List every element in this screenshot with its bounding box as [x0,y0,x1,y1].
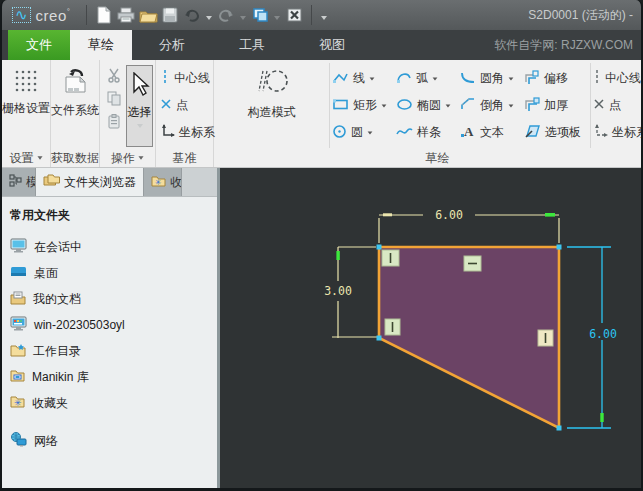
folder-item-manikin-library[interactable]: Manikin 库 [10,364,209,390]
navigator-tabstrip: 模 文件夹浏览器 ✳ 收 [2,168,217,197]
chevron-down-icon [509,77,514,80]
tab-sketch[interactable]: 草绘 [70,30,132,60]
window-dropdown[interactable] [271,8,283,23]
new-file-button[interactable] [93,4,115,26]
print-icon [117,7,135,23]
rectangle-tool-button[interactable]: 矩形 [332,92,392,119]
sketch-canvas[interactable]: 6.00 3.00 6.00 [220,168,641,491]
redo-button[interactable] [215,4,237,26]
constraint-vertical-top-left[interactable] [382,250,399,266]
tab-favorites[interactable]: ✳ 收 [144,168,182,196]
cut-button[interactable] [104,67,124,87]
point-x-icon [593,98,605,113]
coordinate-construction-button[interactable]: 坐标系 [593,119,641,146]
dimension-top [379,215,559,243]
tab-analysis[interactable]: 分析 [141,30,203,60]
svg-text:✳: ✳ [155,178,162,187]
computer-icon [10,316,27,334]
folder-item-favorites[interactable]: ✳ 收藏夹 [10,390,209,416]
dimension-right-handle-selected[interactable] [600,413,603,422]
ellipse-tool-button[interactable]: 椭圆 [396,92,456,119]
redo-dropdown[interactable] [237,8,249,23]
tab-view[interactable]: 视图 [301,30,363,60]
tab-model-tree[interactable]: 模 [2,168,36,196]
chamfer-tool-button[interactable]: 倒角 [460,92,520,119]
tab-tools[interactable]: 工具 [221,30,283,60]
construction-mode-button[interactable]: 构造模式 [214,63,329,121]
arc-tool-button[interactable]: 弧 [396,65,456,92]
offset-icon [524,70,540,87]
folder-item-desktop[interactable]: 桌面 [10,260,209,286]
folder-item-in-session[interactable]: 在会话中 [10,234,209,260]
spline-icon [396,125,413,140]
chevron-down-icon [446,104,451,107]
thicken-tool-button[interactable]: 加厚 [524,92,588,119]
grid-dots-icon [13,67,39,96]
watermark-text: 软件自学网: RJZXW.COM [494,30,633,60]
centerline-dashed-icon [593,69,601,88]
chevron-down-icon [382,104,387,107]
toolbar-options-dropdown[interactable] [318,8,330,23]
undo-dropdown[interactable] [203,8,215,23]
constraint-vertical-bottom-left[interactable] [385,319,400,335]
title-bar: ∿ creo° S2D0001 (活动 [2,0,641,30]
file-system-button[interactable]: 文件系统 [51,63,99,119]
operations-group-label[interactable]: 操作 [100,148,155,168]
grid-settings-button[interactable]: 栅格设置 [2,63,50,117]
rectangle-icon [332,98,349,114]
constraint-horizontal-top[interactable] [464,256,481,271]
open-folder-icon [139,8,158,23]
settings-group-label[interactable]: 设置 [2,148,50,168]
scissors-icon [107,68,121,86]
centerline-button[interactable]: 中心线 [160,65,215,92]
thicken-icon [524,97,540,114]
point-button[interactable]: 点 [160,92,215,119]
point-construction-button[interactable]: 点 [593,92,641,119]
dimension-right-value[interactable]: 6.00 [589,327,617,341]
folder-item-network[interactable]: 网络 [10,428,209,454]
window-title: S2D0001 (活动的) - [528,7,633,24]
coordinate-axes-icon [160,124,175,142]
chevron-down-icon [509,104,514,107]
dimension-top-handle-selected[interactable] [545,213,555,217]
svg-text:✳: ✳ [14,398,22,408]
undo-button[interactable] [181,4,203,26]
paste-button[interactable] [104,113,124,133]
fillet-tool-button[interactable]: 圆角 [460,65,520,92]
dimension-top-value[interactable]: 6.00 [435,208,463,222]
dimension-left-value[interactable]: 3.00 [324,284,352,298]
circle-tool-button[interactable]: 圆 [332,119,392,146]
dimension-top-handle[interactable] [383,213,392,216]
chevron-down-icon [137,124,143,128]
dimension-left-handle-selected[interactable] [336,251,339,260]
paste-icon [107,114,121,132]
folder-item-computer[interactable]: win-20230503oyl [10,312,209,338]
working-directory-icon [10,343,26,360]
chevron-down-icon [274,16,280,20]
folder-item-working-directory[interactable]: 工作目录 [10,338,209,364]
coordinate-system-button[interactable]: 坐标系 [160,119,215,146]
open-button[interactable] [137,4,159,26]
print-button[interactable] [115,4,137,26]
palette-tool-button[interactable]: 选项板 [524,119,588,146]
common-folders-header: 常用文件夹 [10,207,209,224]
constraint-vertical-right[interactable] [538,330,553,346]
line-tool-button[interactable]: 线 [332,65,392,92]
creo-logo-icon: ∿ [12,7,31,23]
close-document-button[interactable] [283,4,305,26]
tab-folder-browser[interactable]: 文件夹浏览器 [36,168,144,196]
copy-button[interactable] [104,90,124,110]
text-tool-button[interactable]: A 文本 [460,119,520,146]
offset-tool-button[interactable]: 偏移 [524,65,588,92]
folder-item-my-documents[interactable]: 我的文档 [10,286,209,312]
folder-pair-icon [43,174,60,190]
select-button[interactable]: 选择 [126,65,153,147]
sketch-polygon[interactable] [379,247,559,428]
window-switch-button[interactable] [249,4,271,26]
save-button[interactable] [159,4,181,26]
centerline-construction-button[interactable]: 中心线 [593,65,641,92]
network-icon [10,432,27,450]
tab-file[interactable]: 文件 [8,30,70,60]
spline-tool-button[interactable]: 样条 [396,119,456,146]
undo-icon [183,8,201,23]
